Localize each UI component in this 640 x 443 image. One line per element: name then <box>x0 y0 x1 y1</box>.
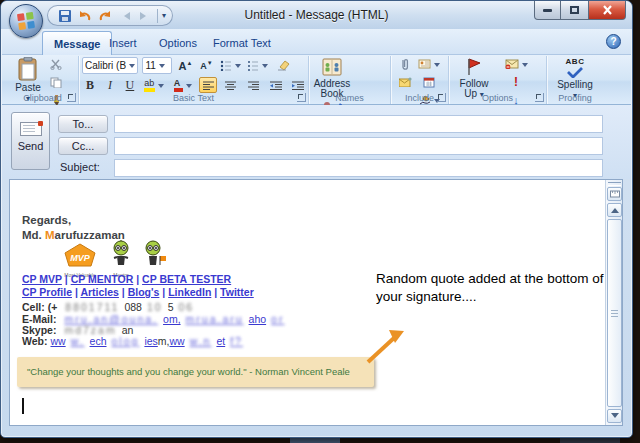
titlebar[interactable]: ▾ Untitled - Message (HTML) <box>1 1 632 29</box>
permission-envelope-icon <box>505 59 519 69</box>
contact-link[interactable]: ech <box>90 335 107 347</box>
shrink-font-button[interactable]: A▼ <box>198 57 214 74</box>
bullets-button[interactable] <box>219 57 242 74</box>
numbered-list-icon <box>247 60 259 71</box>
group-label: Names <box>309 93 390 103</box>
align-center-button[interactable] <box>222 77 240 93</box>
contact-link: f? <box>230 335 243 347</box>
attach-file-button[interactable] <box>394 57 416 71</box>
contact-text: 5 <box>168 301 174 313</box>
contact-link[interactable]: ies <box>144 335 157 347</box>
permission-button[interactable] <box>500 57 532 71</box>
annotation-text: Random quote added at the bottom of your… <box>376 270 616 306</box>
align-right-button[interactable] <box>244 77 262 93</box>
copy-button[interactable] <box>46 75 66 89</box>
font-name-select[interactable]: Calibri (Bo <box>82 57 138 74</box>
group-label: Options <box>449 93 546 103</box>
numbering-button[interactable] <box>246 57 269 74</box>
send-label: Send <box>18 140 44 152</box>
cc-button[interactable]: Cc... <box>58 137 108 155</box>
maximize-button[interactable] <box>561 1 589 20</box>
cc-input[interactable] <box>114 137 603 155</box>
signature-link[interactable]: Articles <box>80 286 119 298</box>
signature-link[interactable]: CP MENTOR <box>71 273 134 285</box>
options-dialog-launcher[interactable] <box>535 93 544 102</box>
subject-input[interactable] <box>114 159 603 177</box>
help-button[interactable]: ? <box>606 34 621 49</box>
tab-insert[interactable]: Insert <box>98 31 148 55</box>
include-dialog-launcher[interactable] <box>437 93 446 102</box>
high-importance-button[interactable]: ! <box>507 75 525 89</box>
underline-button[interactable]: U <box>122 77 138 93</box>
group-names: Address Book Check Names Names <box>309 56 391 104</box>
tab-options[interactable]: Options <box>148 31 208 55</box>
contact-text: 088 <box>124 301 142 313</box>
bold-button[interactable]: B <box>82 77 98 93</box>
tab-format-text[interactable]: Format Text <box>202 31 282 55</box>
business-card-button[interactable] <box>416 57 442 71</box>
text-highlight-button[interactable]: ab <box>142 77 166 93</box>
signature-link[interactable]: CP Profile <box>22 286 72 298</box>
orange-arrow <box>362 326 410 366</box>
scroll-up-button[interactable] <box>607 203 622 217</box>
contact-text: 06 <box>178 301 194 313</box>
beta-badge <box>138 240 170 272</box>
to-button[interactable]: To... <box>58 115 108 133</box>
signature-link[interactable]: CP BETA TESTER <box>142 273 231 285</box>
align-center-icon <box>225 81 236 90</box>
contact-text: 8801711 <box>65 301 119 313</box>
calendar-button[interactable] <box>416 75 442 89</box>
ruler-toggle-button[interactable] <box>607 187 622 201</box>
backdrop-blob <box>560 438 620 443</box>
font-size-select[interactable]: 11 <box>142 57 172 74</box>
business-card-icon <box>418 59 431 69</box>
basic-text-dialog-launcher[interactable] <box>297 93 306 102</box>
flag-icon <box>464 57 484 77</box>
high-importance-icon: ! <box>514 75 518 89</box>
to-input[interactable] <box>114 115 603 133</box>
scroll-thumb[interactable] <box>607 219 622 407</box>
grow-font-button[interactable]: A▲ <box>177 57 194 74</box>
font-color-icon: A <box>174 79 183 92</box>
cut-button[interactable] <box>46 57 66 71</box>
contact-link[interactable]: aho <box>249 313 267 325</box>
beta-badge-icon <box>140 240 168 268</box>
maximize-icon <box>570 6 579 14</box>
abc-icon: ABC <box>550 57 600 67</box>
font-color-button[interactable]: A <box>171 77 195 93</box>
increase-indent-button[interactable] <box>289 77 307 93</box>
contact-web-line: Web:www.echologiesm,www.netf? <box>22 335 248 347</box>
message-body[interactable]: Regards, Md. Marufuzzaman MVP Most Valua… <box>9 179 623 426</box>
contact-link[interactable]: et <box>216 335 225 347</box>
close-button[interactable] <box>589 1 626 20</box>
bold-icon: B <box>86 78 94 93</box>
italic-button[interactable]: I <box>102 77 117 93</box>
name-prefix: Md. <box>22 229 45 241</box>
split-handle[interactable] <box>608 182 621 186</box>
decrease-indent-button[interactable] <box>267 77 285 93</box>
signature-link[interactable]: LinkedIn <box>168 286 211 298</box>
mentor-badge-icon <box>108 240 134 268</box>
scroll-down-button[interactable] <box>607 409 622 423</box>
vertical-scrollbar[interactable] <box>605 180 622 425</box>
office-button[interactable] <box>9 4 43 38</box>
contact-link[interactable]: ww <box>169 335 184 347</box>
signature-link[interactable]: Blog's <box>128 286 160 298</box>
contact-link: olog <box>112 335 140 347</box>
contact-link[interactable]: ww <box>50 335 65 347</box>
contact-link: w. <box>71 335 85 347</box>
align-left-button[interactable] <box>199 77 217 93</box>
copy-icon <box>50 77 62 88</box>
chevron-down-icon <box>235 64 241 71</box>
group-label: Basic Text <box>79 93 308 103</box>
attach-item-button[interactable] <box>394 75 416 89</box>
send-envelope-icon <box>20 122 42 136</box>
clear-formatting-button[interactable] <box>274 57 293 74</box>
signature-link[interactable]: CP MVP <box>22 273 62 285</box>
link-separator: | <box>211 286 220 298</box>
signature-link[interactable]: Twitter <box>220 286 254 298</box>
minimize-button[interactable] <box>534 1 561 20</box>
clipboard-dialog-launcher[interactable] <box>67 93 76 102</box>
send-button[interactable]: Send <box>11 112 50 170</box>
contact-link[interactable]: om, <box>163 313 181 325</box>
